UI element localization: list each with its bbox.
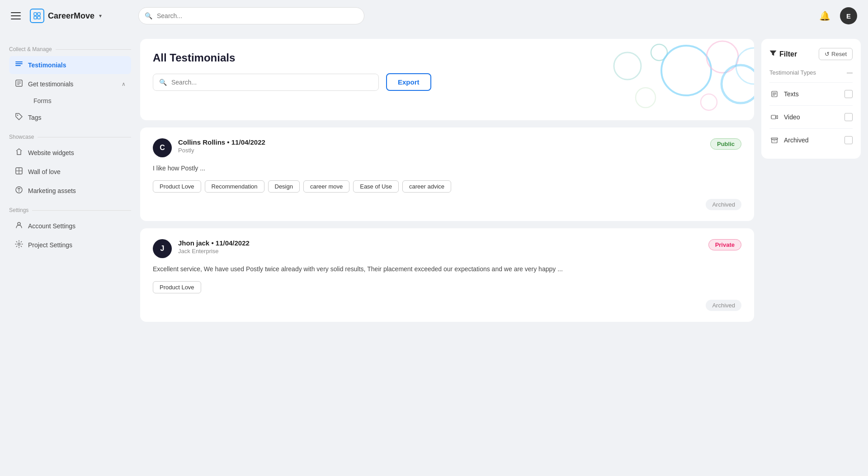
testimonial-card-2: J Jhon jack • 11/04/2022 Jack Enterprise… xyxy=(140,228,754,322)
testimonial-separator-1: • xyxy=(227,138,231,146)
header: CareerMove ▾ 🔍 🔔 E xyxy=(0,0,868,32)
archived-badge-1: Archived xyxy=(706,199,741,210)
testimonial-info-2: Jhon jack • 11/04/2022 Jack Enterprise xyxy=(178,239,708,254)
filter-panel: Filter ↺ Reset Testimonial Types — xyxy=(761,39,861,159)
filter-section-collapse-icon[interactable]: — xyxy=(847,69,853,76)
filter-texts-label: Texts xyxy=(784,90,799,98)
testimonial-footer-1: Archived xyxy=(153,199,741,210)
get-testimonials-expand-icon: ∧ xyxy=(122,81,126,87)
texts-icon xyxy=(769,89,779,99)
filter-funnel-icon xyxy=(769,50,777,59)
svg-point-16 xyxy=(18,222,20,225)
testimonial-name-1: Collins Rollins xyxy=(178,138,225,146)
wall-of-love-icon xyxy=(14,167,24,177)
svg-point-17 xyxy=(18,243,20,245)
tag-recommendation-1[interactable]: Recommendation xyxy=(205,180,264,193)
hero-search-input[interactable] xyxy=(153,74,379,91)
tag-product-love-2[interactable]: Product Love xyxy=(153,281,201,293)
sidebar-item-project-settings-label: Project Settings xyxy=(28,241,72,249)
testimonial-card-1: C Collins Rollins • 11/04/2022 Postly Pu… xyxy=(140,127,754,221)
sidebar-item-account-settings-label: Account Settings xyxy=(28,222,75,230)
project-settings-icon xyxy=(14,240,24,250)
filter-video-checkbox[interactable] xyxy=(844,113,853,121)
website-widgets-icon xyxy=(14,148,24,158)
filter-item-video-left: Video xyxy=(769,112,800,122)
filter-reset-button[interactable]: ↺ Reset xyxy=(819,48,853,60)
sidebar-item-tags-label: Tags xyxy=(28,114,42,121)
sidebar-item-testimonials[interactable]: Testimonials xyxy=(9,56,131,74)
filter-title-text: Filter xyxy=(779,50,797,58)
testimonial-avatar-2: J xyxy=(153,239,172,258)
filter-divider-3 xyxy=(769,128,853,129)
filter-item-archived: Archived xyxy=(769,131,853,150)
export-button[interactable]: Export xyxy=(386,73,431,91)
sidebar-item-forms[interactable]: Forms xyxy=(28,94,131,108)
filter-item-video: Video xyxy=(769,108,853,127)
svg-point-24 xyxy=(701,94,717,110)
testimonial-tags-1: Product Love Recommendation Design caree… xyxy=(153,180,741,193)
layout: Collect & Manage Testimonials xyxy=(0,32,868,476)
testimonial-badge-2: Private xyxy=(708,239,741,250)
avatar[interactable]: E xyxy=(840,7,857,24)
hero-search-container: 🔍 xyxy=(153,74,379,91)
testimonial-name-date-2: Jhon jack • 11/04/2022 xyxy=(178,239,708,247)
sidebar-item-get-testimonials[interactable]: Get testimonials ∧ xyxy=(9,75,131,93)
hero-card-title: All Testimonials xyxy=(153,52,741,64)
sidebar-item-forms-label: Forms xyxy=(33,97,52,104)
tag-career-advice-1[interactable]: career advice xyxy=(402,180,451,193)
testimonial-avatar-1: C xyxy=(153,138,172,157)
header-search-icon: 🔍 xyxy=(145,12,152,19)
sidebar-item-wall-of-love[interactable]: Wall of love xyxy=(9,163,131,181)
svg-rect-1 xyxy=(38,13,40,15)
sidebar-item-account-settings[interactable]: Account Settings xyxy=(9,217,131,235)
header-right: 🔔 E xyxy=(816,7,857,24)
brand-name: CareerMove xyxy=(48,11,94,21)
svg-rect-3 xyxy=(38,16,40,19)
sidebar-item-marketing-assets[interactable]: Marketing assets xyxy=(9,182,131,200)
sidebar-item-tags[interactable]: Tags xyxy=(9,108,131,127)
sidebar-item-testimonials-label: Testimonials xyxy=(28,61,66,69)
sidebar: Collect & Manage Testimonials xyxy=(0,32,140,476)
sidebar-item-marketing-assets-label: Marketing assets xyxy=(28,187,76,194)
filter-reset-icon: ↺ xyxy=(825,51,830,57)
main: All Testimonials 🔍 Export C Collins Roll… xyxy=(140,32,868,476)
testimonials-icon xyxy=(14,60,24,70)
testimonial-info-1: Collins Rollins • 11/04/2022 Postly xyxy=(178,138,710,154)
filter-divider-1 xyxy=(769,82,853,83)
main-content: All Testimonials 🔍 Export C Collins Roll… xyxy=(140,39,754,469)
svg-rect-30 xyxy=(771,115,776,119)
sidebar-item-project-settings[interactable]: Project Settings xyxy=(9,236,131,254)
notifications-button[interactable]: 🔔 xyxy=(816,8,833,24)
tag-career-move-1[interactable]: career move xyxy=(303,180,349,193)
tag-design-1[interactable]: Design xyxy=(268,180,300,193)
filter-texts-checkbox[interactable] xyxy=(844,90,853,98)
filter-divider-2 xyxy=(769,105,853,106)
get-testimonials-icon xyxy=(14,79,24,89)
filter-item-archived-left: Archived xyxy=(769,135,808,145)
filter-title: Filter xyxy=(769,50,797,59)
account-settings-icon xyxy=(14,221,24,231)
brand-dropdown-icon[interactable]: ▾ xyxy=(99,13,102,19)
tag-product-love-1[interactable]: Product Love xyxy=(153,180,201,193)
archived-badge-2: Archived xyxy=(706,300,741,311)
sidebar-section-showcase: Showcase xyxy=(9,134,131,140)
hamburger-button[interactable] xyxy=(11,12,21,19)
filter-archived-checkbox[interactable] xyxy=(844,136,853,144)
sidebar-item-website-widgets[interactable]: Website widgets xyxy=(9,144,131,162)
testimonial-text-1: I like how Postly ... xyxy=(153,164,741,173)
hero-search-row: 🔍 Export xyxy=(153,73,741,91)
header-search-input[interactable] xyxy=(138,7,364,24)
filter-item-texts-left: Texts xyxy=(769,89,799,99)
sidebar-sub-forms: Forms xyxy=(9,94,131,108)
testimonial-badge-1: Public xyxy=(710,138,741,150)
svg-point-11 xyxy=(17,115,18,116)
filter-section-label: Testimonial Types — xyxy=(769,69,853,76)
testimonial-name-date-1: Collins Rollins • 11/04/2022 xyxy=(178,138,710,146)
testimonial-company-2: Jack Enterprise xyxy=(178,248,708,254)
testimonial-company-1: Postly xyxy=(178,147,710,154)
video-icon xyxy=(769,112,779,122)
filter-header: Filter ↺ Reset xyxy=(769,48,853,60)
tag-ease-of-use-1[interactable]: Ease of Use xyxy=(353,180,399,193)
testimonial-date-1: 11/04/2022 xyxy=(231,138,265,146)
sidebar-item-get-testimonials-label: Get testimonials xyxy=(28,80,73,88)
